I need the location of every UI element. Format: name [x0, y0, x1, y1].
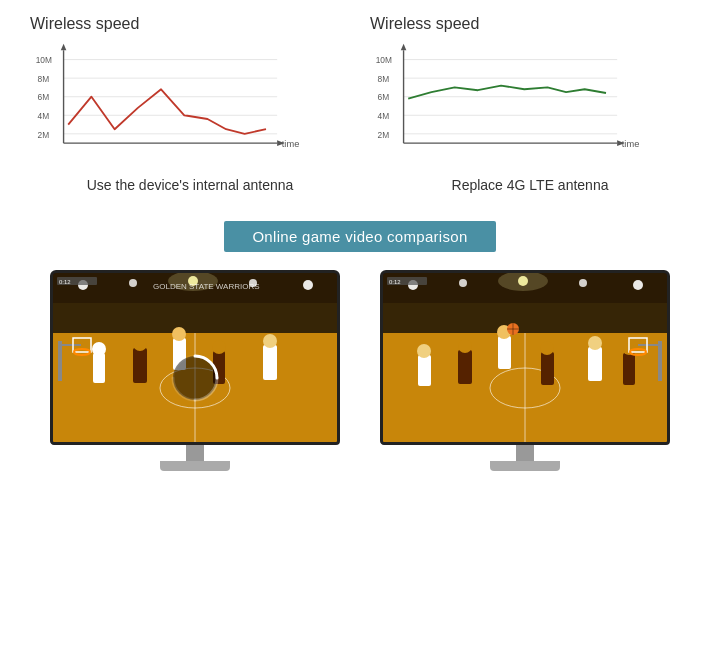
right-chart-svg: 10M 8M 6M 4M 2M time — [370, 41, 660, 171]
left-chart-block: Wireless speed 10M 8M 6M 4M — [30, 15, 350, 193]
svg-text:8M: 8M — [378, 74, 390, 84]
right-chart-area: 10M 8M 6M 4M 2M time — [370, 41, 660, 171]
left-monitor-body: 0:12 GOLDEN STATE WARRIORS — [50, 270, 340, 445]
svg-text:0:12: 0:12 — [389, 279, 401, 285]
svg-point-65 — [579, 279, 587, 287]
left-monitor-base — [160, 461, 230, 471]
right-monitor-wrapper: 0:12 — [380, 270, 670, 460]
right-chart-title: Wireless speed — [370, 15, 690, 33]
comparison-section: Online game video comparison — [0, 221, 720, 252]
svg-rect-72 — [418, 355, 431, 386]
left-monitor-neck — [186, 445, 204, 461]
left-chart-title: Wireless speed — [30, 15, 350, 33]
svg-point-84 — [588, 336, 602, 350]
svg-point-51 — [263, 334, 277, 348]
svg-rect-68 — [383, 303, 667, 333]
svg-point-49 — [212, 340, 226, 354]
monitors-section: 0:12 GOLDEN STATE WARRIORS — [0, 270, 720, 460]
svg-text:time: time — [282, 139, 300, 149]
svg-text:10M: 10M — [36, 55, 52, 65]
right-monitor: 0:12 — [380, 270, 670, 460]
svg-text:6M: 6M — [38, 92, 50, 102]
svg-text:6M: 6M — [378, 92, 390, 102]
svg-text:8M: 8M — [38, 74, 50, 84]
svg-rect-52 — [58, 341, 62, 381]
right-monitor-screen: 0:12 — [383, 273, 667, 442]
svg-rect-74 — [458, 350, 472, 384]
svg-text:4M: 4M — [38, 111, 50, 121]
right-monitor-body: 0:12 — [380, 270, 670, 445]
svg-point-47 — [172, 327, 186, 341]
right-monitor-base — [490, 461, 560, 471]
svg-rect-85 — [623, 353, 635, 385]
svg-text:4M: 4M — [378, 111, 390, 121]
svg-rect-81 — [541, 352, 554, 385]
right-chart-block: Wireless speed 10M 8M 6M 4M — [370, 15, 690, 193]
left-chart-svg: 10M 8M 6M 4M 2M time — [30, 41, 320, 171]
svg-rect-44 — [133, 348, 147, 383]
svg-text:GOLDEN STATE WARRIORS: GOLDEN STATE WARRIORS — [153, 282, 260, 291]
charts-section: Wireless speed 10M 8M 6M 4M — [0, 0, 720, 203]
left-monitor-screen: 0:12 GOLDEN STATE WARRIORS — [53, 273, 337, 442]
left-chart-caption: Use the device's internal antenna — [30, 177, 350, 193]
comparison-label: Online game video comparison — [224, 221, 495, 252]
svg-marker-8 — [61, 44, 67, 51]
svg-rect-50 — [263, 345, 277, 380]
svg-point-36 — [303, 280, 313, 290]
svg-point-75 — [458, 339, 472, 353]
left-screen-content: 0:12 GOLDEN STATE WARRIORS — [53, 273, 337, 442]
svg-rect-83 — [588, 347, 602, 381]
svg-text:2M: 2M — [378, 130, 390, 140]
right-chart-caption: Replace 4G LTE antenna — [370, 177, 690, 193]
svg-marker-23 — [401, 44, 407, 51]
svg-text:time: time — [622, 139, 640, 149]
svg-point-73 — [417, 344, 431, 358]
right-monitor-neck — [516, 445, 534, 461]
svg-text:0:12: 0:12 — [59, 279, 71, 285]
left-monitor: 0:12 GOLDEN STATE WARRIORS — [50, 270, 340, 460]
right-screen-content: 0:12 — [383, 273, 667, 442]
svg-text:10M: 10M — [376, 55, 392, 65]
left-monitor-wrapper: 0:12 GOLDEN STATE WARRIORS — [50, 270, 340, 460]
svg-point-82 — [540, 341, 554, 355]
svg-text:2M: 2M — [38, 130, 50, 140]
left-chart-area: 10M 8M 6M 4M 2M time — [30, 41, 320, 171]
svg-rect-38 — [53, 303, 337, 333]
svg-rect-87 — [658, 341, 662, 381]
svg-point-63 — [459, 279, 467, 287]
svg-point-33 — [129, 279, 137, 287]
svg-point-43 — [92, 342, 106, 356]
svg-rect-42 — [93, 353, 105, 383]
svg-rect-76 — [498, 336, 511, 369]
svg-point-66 — [633, 280, 643, 290]
svg-point-45 — [133, 337, 147, 351]
